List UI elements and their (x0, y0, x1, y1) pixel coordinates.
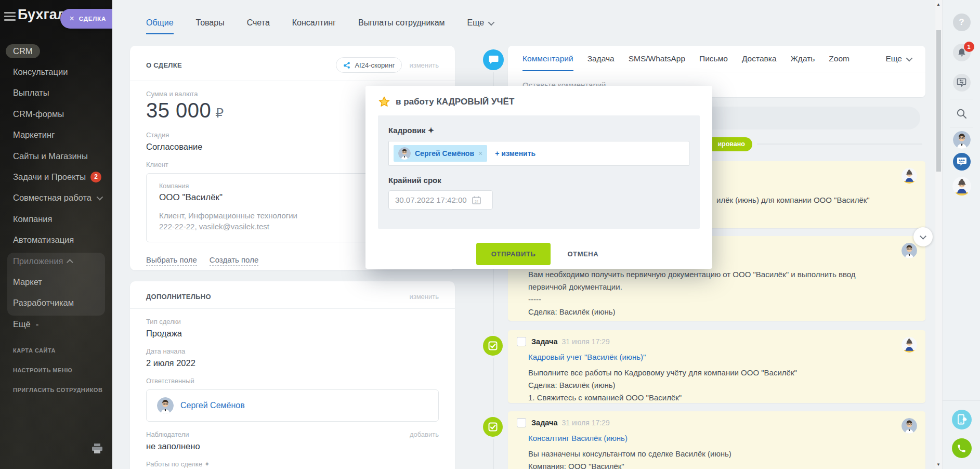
modal-title: в работу КАДРОВЫЙ УЧЁТ (396, 97, 514, 107)
avatar[interactable] (952, 177, 971, 196)
task-start-modal: в работу КАДРОВЫЙ УЧЁТ Кадровик ✦ Сергей… (365, 86, 712, 269)
create-field-link[interactable]: Создать поле (210, 255, 258, 266)
sidebar-item[interactable]: Консультации (0, 61, 112, 82)
task-title-link[interactable]: Консалтинг Василёк (июнь) (528, 434, 628, 442)
sidebar-item[interactable]: Сайты и Магазины (0, 146, 112, 166)
svg-text:24: 24 (475, 199, 479, 203)
sidebar-item[interactable]: Ещё - (0, 314, 112, 334)
deal-tab[interactable]: Общие (146, 18, 174, 28)
sidebar-link-configure-menu[interactable]: НАСТРОИТЬ МЕНЮ (13, 367, 102, 373)
deal-tab[interactable]: Еще (467, 18, 493, 28)
close-icon[interactable]: × (69, 15, 74, 23)
feed-tab[interactable]: Zoom (829, 54, 850, 63)
rail-divider (950, 127, 973, 127)
deal-tab[interactable]: Выплаты сотрудникам (358, 18, 445, 28)
timeline-card-task: Задача 31 июля 17:29 Кадровый учет "Васи… (508, 330, 925, 403)
task-title-link[interactable]: Кадровый учет "Василёк (июнь)" (528, 353, 646, 361)
chevron-up-icon (67, 259, 73, 266)
change-assignee-link[interactable]: + изменить (495, 149, 535, 158)
feed-tab[interactable]: Задача (587, 54, 615, 63)
assignee-field[interactable]: Сергей Семёнов × + изменить (388, 141, 689, 166)
sidebar-item[interactable]: Задачи и Проекты2 (0, 166, 112, 187)
start-date-value[interactable]: 2 июля 2022 (146, 358, 439, 368)
star-icon (378, 96, 390, 108)
sidebar-link-sitemap[interactable]: КАРТА САЙТА (13, 347, 102, 354)
sidebar-item[interactable]: Маркет (0, 271, 112, 292)
chat-exchange-icon (957, 78, 966, 87)
notifications-button[interactable]: 1 (953, 44, 971, 61)
sidebar-item[interactable]: CRM (0, 41, 112, 61)
call-button[interactable] (952, 438, 972, 458)
card-text-line: Компания: ООО "Василёк" (528, 460, 731, 469)
card-type-label: Задача (531, 337, 558, 346)
rail-divider (943, 400, 980, 401)
scroll-down-button[interactable] (913, 227, 933, 246)
cancel-button[interactable]: ОТМЕНА (564, 250, 602, 258)
remove-assignee-icon[interactable]: × (478, 149, 482, 158)
sidebar-menu: CRMКонсультацииВыплатыCRM-формыМаркетинг… (0, 41, 112, 334)
chevron-down-icon (488, 19, 495, 25)
assignee-name[interactable]: Сергей Семёнов (415, 149, 474, 158)
deal-extra-card: ДОПОЛНИТЕЛЬНО изменить Тип сделки Продаж… (130, 281, 455, 469)
deal-type-value[interactable]: Продажа (146, 329, 439, 338)
ai-scoring-label: AI24-скоринг (355, 61, 395, 69)
modal-form-panel: Кадровик ✦ Сергей Семёнов × + изменить К… (378, 115, 700, 229)
sidebar-item[interactable]: Совместная работа (0, 188, 112, 209)
extra-edit-link[interactable]: изменить (409, 293, 439, 301)
feed-tab[interactable]: Ждать (791, 54, 815, 63)
card-text-line: Вы назначены консультантом по сделке Вас… (528, 448, 731, 460)
help-button[interactable]: ? (953, 14, 971, 31)
message-history-button[interactable] (953, 74, 971, 92)
sidebar-item[interactable]: CRM-формы (0, 103, 112, 124)
deal-tab[interactable]: Товары (196, 18, 225, 28)
currency-symbol: ₽ (215, 106, 224, 120)
scrollbar-down-icon[interactable]: ▼ (936, 462, 940, 467)
sidebar-item[interactable]: Автоматизация (0, 230, 112, 251)
feed-tab[interactable]: Письмо (699, 54, 728, 63)
card-text-line: Сделка: Василёк (июнь) (528, 379, 797, 392)
feed-tab[interactable]: Комментарий (522, 54, 573, 63)
page-scrollbar[interactable]: ▲ ▼ (935, 0, 942, 469)
team-chat-button[interactable] (953, 153, 971, 171)
search-button[interactable] (953, 105, 971, 123)
about-card-title: О СДЕЛКЕ (146, 61, 182, 69)
task-checkbox[interactable] (517, 337, 526, 346)
deal-tab[interactable]: Консалтинг (292, 18, 336, 28)
ai-scoring-button[interactable]: AI24-скоринг (336, 57, 402, 73)
submit-button[interactable]: ОТПРАВИТЬ (476, 243, 551, 265)
feed-tab[interactable]: Доставка (742, 54, 777, 63)
phone-icon (957, 444, 966, 453)
watchers-add-link[interactable]: добавить (410, 431, 439, 438)
sidebar-link-invite[interactable]: ПРИГЛАСИТЬ СОТРУДНИКОВ (13, 387, 102, 393)
comment-bubble-icon (483, 49, 504, 70)
printer-icon[interactable] (92, 444, 103, 456)
sidebar-item[interactable]: Выплаты (0, 83, 112, 103)
select-field-link[interactable]: Выбрать поле (146, 255, 197, 266)
scrollbar-up-icon[interactable]: ▲ (936, 2, 940, 7)
sidebar-item[interactable]: Разработчикам (0, 293, 112, 314)
calendar-icon[interactable]: 24 (472, 196, 481, 204)
sidebar-item[interactable]: Приложения (0, 251, 112, 271)
task-checkbox[interactable] (517, 418, 526, 427)
assignee-chip[interactable]: Сергей Семёнов × (394, 145, 487, 162)
deadline-input[interactable]: 30.07.2022 17:42:00 24 (388, 190, 493, 210)
watchers-value: не заполнено (146, 441, 439, 451)
deal-pill[interactable]: × СДЕЛКА (60, 9, 112, 29)
sidebar: Бухгалтер × СДЕЛКА CRMКонсультацииВыплат… (0, 0, 112, 469)
deal-tab[interactable]: Счета (247, 18, 270, 28)
feed-tab-more[interactable]: Еще (885, 54, 911, 63)
mobile-app-button[interactable] (952, 410, 972, 429)
responsible-name-link[interactable]: Сергей Семёнов (180, 401, 245, 410)
timeline-card-task: Задача 31 июля 17:29 Консалтинг Василёк … (508, 411, 925, 469)
scrollbar-thumb[interactable] (936, 30, 941, 172)
responsible-box[interactable]: Сергей Семёнов (146, 389, 439, 422)
feed-tab[interactable]: SMS/WhatsApp (629, 54, 685, 63)
chevron-down-icon (906, 55, 913, 61)
sidebar-item[interactable]: Маркетинг (0, 125, 112, 146)
extra-card-title: ДОПОЛНИТЕЛЬНО (146, 293, 211, 301)
about-edit-link[interactable]: изменить (409, 61, 439, 69)
avatar[interactable] (953, 131, 971, 149)
ai-molecule-icon (343, 61, 351, 69)
menu-toggle-icon[interactable] (4, 12, 16, 23)
sidebar-item[interactable]: Компания (0, 209, 112, 229)
